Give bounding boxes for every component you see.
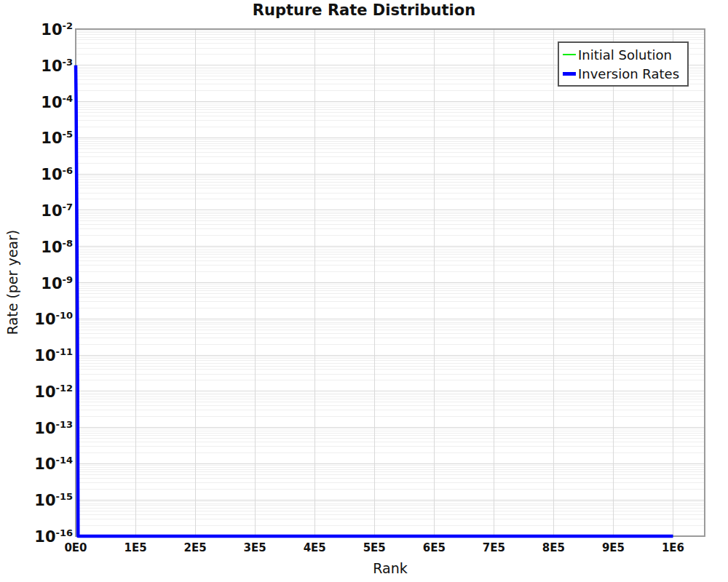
y-tick-label: 10-13 xyxy=(15,419,73,436)
y-tick-label: 10-15 xyxy=(15,492,73,509)
x-tick-label: 2E5 xyxy=(184,541,207,554)
y-tick-label: 10-14 xyxy=(15,455,73,472)
x-tick-label: 4E5 xyxy=(304,541,326,554)
legend-label: Initial Solution xyxy=(578,47,672,63)
y-tick-label: 10-8 xyxy=(15,238,73,255)
x-tick-label: 9E5 xyxy=(602,541,625,554)
x-axis-title: Rank xyxy=(373,560,407,576)
y-tick-label: 10-10 xyxy=(15,311,73,327)
y-tick-label: 10-11 xyxy=(15,347,73,364)
plot-area xyxy=(0,0,728,582)
chart-title: Rupture Rate Distribution xyxy=(0,1,728,19)
x-tick-label: 8E5 xyxy=(542,541,565,554)
y-tick-label: 10-3 xyxy=(15,57,73,73)
y-tick-label: 10-9 xyxy=(15,274,73,291)
legend-label: Inversion Rates xyxy=(578,66,679,81)
y-tick-label: 10-12 xyxy=(15,383,73,399)
x-tick-label: 1E6 xyxy=(662,541,684,554)
legend: Initial Solution Inversion Rates xyxy=(558,41,689,87)
y-tick-label: 10-7 xyxy=(15,202,73,218)
legend-item-initial-solution: Initial Solution xyxy=(563,45,683,64)
x-tick-label: 5E5 xyxy=(363,541,386,554)
y-tick-label: 10-5 xyxy=(15,129,73,146)
y-tick-label: 10-6 xyxy=(15,166,73,183)
x-tick-label: 7E5 xyxy=(483,541,505,554)
legend-item-inversion-rates: Inversion Rates xyxy=(563,64,683,83)
x-tick-label: 6E5 xyxy=(423,541,446,554)
x-tick-label: 1E5 xyxy=(124,541,146,554)
initial-solution-line-swatch xyxy=(563,54,576,55)
y-tick-label: 10-2 xyxy=(15,21,73,38)
inversion-rates-line-swatch xyxy=(563,72,576,76)
y-tick-label: 10-4 xyxy=(15,93,73,110)
y-tick-label: 10-16 xyxy=(15,528,73,545)
x-tick-label: 3E5 xyxy=(244,541,266,554)
